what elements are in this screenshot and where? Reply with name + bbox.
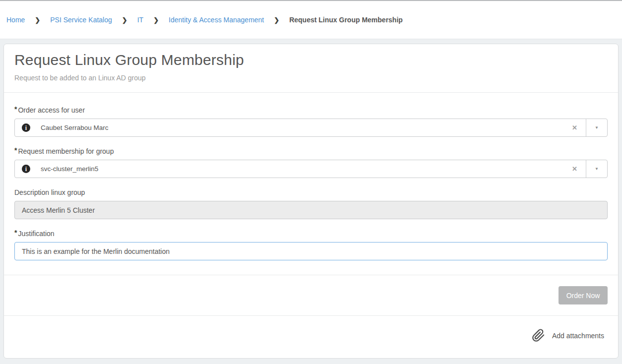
order-now-button[interactable]: Order Now	[559, 286, 608, 304]
field-label: Description linux group	[14, 188, 608, 196]
paperclip-icon[interactable]	[532, 329, 545, 342]
field-label-text: Request membership for group	[18, 147, 114, 155]
chevron-right-icon: ❯	[274, 16, 279, 24]
required-marker: *	[14, 229, 17, 237]
breadcrumb-item-it[interactable]: IT	[137, 16, 143, 24]
user-combobox[interactable]: i Caubet Serrabou Marc ✕ ▼	[14, 119, 608, 137]
add-attachments-link[interactable]: Add attachments	[552, 332, 604, 340]
page-title: Request Linux Group Membership	[14, 52, 608, 68]
breadcrumb-item-identity-access-management[interactable]: Identity & Access Management	[169, 16, 264, 24]
field-order-access-for-user: *Order access for user i Caubet Serrabou…	[14, 106, 608, 137]
chevron-down-icon: ▼	[595, 125, 599, 130]
group-combobox[interactable]: i svc-cluster_merlin5 ✕ ▼	[14, 160, 608, 178]
breadcrumb: Home ❯ PSI Service Katalog ❯ IT ❯ Identi…	[6, 16, 403, 24]
field-label: *Request membership for group	[14, 147, 608, 155]
dropdown-caret-button[interactable]: ▼	[586, 119, 607, 136]
breadcrumb-item-psi-service-katalog[interactable]: PSI Service Katalog	[50, 16, 112, 24]
field-label: *Justification	[14, 230, 608, 238]
field-label-text: Justification	[18, 230, 54, 238]
info-icon: i	[22, 165, 30, 173]
clear-icon[interactable]: ✕	[563, 165, 586, 173]
request-form-card: Request Linux Group Membership Request t…	[3, 44, 619, 359]
attachments-bar: Add attachments	[4, 315, 618, 358]
chevron-right-icon: ❯	[153, 16, 159, 24]
field-label: *Order access for user	[14, 106, 608, 114]
breadcrumb-item-current: Request Linux Group Membership	[289, 16, 403, 24]
description-readonly-field: Access Merlin 5 Cluster	[14, 201, 608, 219]
dropdown-caret-button[interactable]: ▼	[586, 160, 607, 178]
breadcrumb-item-home[interactable]: Home	[6, 16, 25, 24]
field-label-text: Order access for user	[18, 106, 85, 114]
form-fields-section: *Order access for user i Caubet Serrabou…	[4, 93, 618, 271]
breadcrumb-bar: Home ❯ PSI Service Katalog ❯ IT ❯ Identi…	[0, 1, 622, 39]
required-marker: *	[14, 146, 17, 154]
required-marker: *	[14, 105, 17, 113]
form-header: Request Linux Group Membership Request t…	[4, 44, 618, 93]
field-request-membership-for-group: *Request membership for group i svc-clus…	[14, 147, 608, 178]
chevron-right-icon: ❯	[35, 16, 40, 24]
spacer	[4, 271, 618, 275]
page-subtitle: Request to be added to an Linux AD group	[14, 74, 608, 82]
info-icon: i	[22, 123, 30, 132]
user-combobox-value: Caubet Serrabou Marc	[41, 124, 563, 131]
field-description-linux-group: Description linux group Access Merlin 5 …	[14, 188, 608, 219]
field-justification: *Justification	[14, 230, 608, 260]
field-label-text: Description linux group	[14, 188, 85, 196]
chevron-down-icon: ▼	[595, 167, 599, 171]
group-combobox-value: svc-cluster_merlin5	[41, 165, 563, 173]
action-bar: Order Now	[4, 275, 618, 315]
chevron-right-icon: ❯	[122, 16, 127, 24]
justification-input[interactable]	[14, 242, 608, 260]
clear-icon[interactable]: ✕	[563, 124, 586, 131]
